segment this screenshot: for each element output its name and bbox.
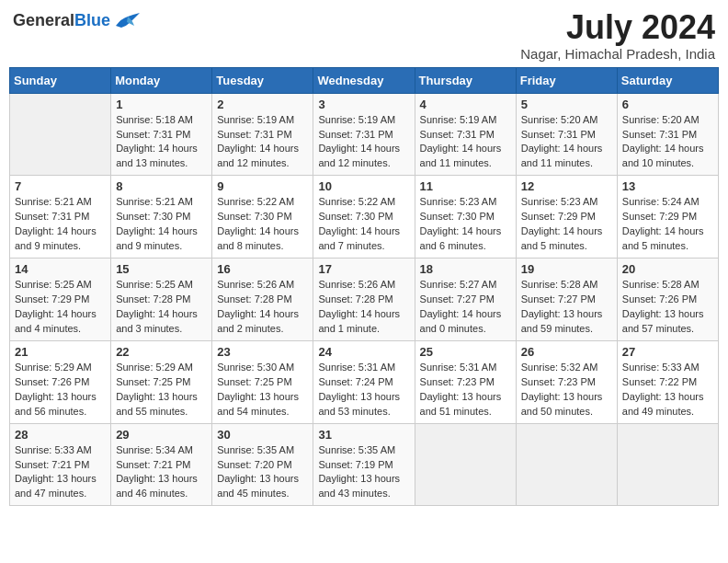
day-number: 16 xyxy=(217,262,308,276)
day-number: 28 xyxy=(15,428,106,442)
calendar-cell: 15Sunrise: 5:25 AM Sunset: 7:28 PM Dayli… xyxy=(111,259,212,341)
day-number: 3 xyxy=(318,98,409,111)
calendar-cell: 19Sunrise: 5:28 AM Sunset: 7:27 PM Dayli… xyxy=(516,259,617,341)
calendar-cell: 13Sunrise: 5:24 AM Sunset: 7:29 PM Dayli… xyxy=(617,176,718,259)
day-number: 30 xyxy=(217,428,308,442)
calendar-cell: 11Sunrise: 5:23 AM Sunset: 7:30 PM Dayli… xyxy=(415,176,516,259)
weekday-header: Thursday xyxy=(415,67,516,93)
day-number: 15 xyxy=(116,262,207,276)
day-number: 5 xyxy=(521,98,612,111)
day-info: Sunrise: 5:31 AM Sunset: 7:23 PM Dayligh… xyxy=(420,361,511,419)
day-number: 8 xyxy=(116,179,207,193)
calendar-cell xyxy=(10,93,111,176)
calendar-cell xyxy=(415,423,516,506)
day-info: Sunrise: 5:20 AM Sunset: 7:31 PM Dayligh… xyxy=(622,113,713,172)
calendar-cell: 31Sunrise: 5:35 AM Sunset: 7:19 PM Dayli… xyxy=(313,423,415,506)
calendar-cell: 25Sunrise: 5:31 AM Sunset: 7:23 PM Dayli… xyxy=(415,340,516,423)
weekday-header: Saturday xyxy=(617,67,718,93)
calendar-cell: 21Sunrise: 5:29 AM Sunset: 7:26 PM Dayli… xyxy=(10,340,111,423)
day-info: Sunrise: 5:30 AM Sunset: 7:25 PM Dayligh… xyxy=(217,361,308,419)
calendar-cell: 23Sunrise: 5:30 AM Sunset: 7:25 PM Dayli… xyxy=(212,340,313,423)
calendar-cell: 24Sunrise: 5:31 AM Sunset: 7:24 PM Dayli… xyxy=(313,340,415,423)
day-info: Sunrise: 5:27 AM Sunset: 7:27 PM Dayligh… xyxy=(420,278,511,337)
calendar-cell: 29Sunrise: 5:34 AM Sunset: 7:21 PM Dayli… xyxy=(111,423,212,506)
day-info: Sunrise: 5:35 AM Sunset: 7:19 PM Dayligh… xyxy=(318,443,409,502)
month-title: July 2024 xyxy=(520,9,715,46)
day-info: Sunrise: 5:28 AM Sunset: 7:26 PM Dayligh… xyxy=(622,278,713,337)
logo-general: General xyxy=(13,11,74,29)
day-info: Sunrise: 5:28 AM Sunset: 7:27 PM Dayligh… xyxy=(521,278,612,337)
day-info: Sunrise: 5:25 AM Sunset: 7:29 PM Dayligh… xyxy=(15,278,106,337)
day-number: 31 xyxy=(318,428,409,442)
calendar-cell: 6Sunrise: 5:20 AM Sunset: 7:31 PM Daylig… xyxy=(617,93,718,176)
day-info: Sunrise: 5:32 AM Sunset: 7:23 PM Dayligh… xyxy=(521,361,612,419)
day-number: 9 xyxy=(217,179,308,193)
location-title: Nagar, Himachal Pradesh, India xyxy=(520,46,715,62)
day-info: Sunrise: 5:23 AM Sunset: 7:29 PM Dayligh… xyxy=(521,195,612,254)
calendar-cell: 7Sunrise: 5:21 AM Sunset: 7:31 PM Daylig… xyxy=(10,176,111,259)
day-info: Sunrise: 5:33 AM Sunset: 7:21 PM Dayligh… xyxy=(15,443,106,502)
calendar-table: SundayMondayTuesdayWednesdayThursdayFrid… xyxy=(9,67,719,507)
calendar-cell: 12Sunrise: 5:23 AM Sunset: 7:29 PM Dayli… xyxy=(516,176,617,259)
logo-bird-icon xyxy=(114,9,142,31)
calendar-cell: 3Sunrise: 5:19 AM Sunset: 7:31 PM Daylig… xyxy=(313,93,415,176)
day-info: Sunrise: 5:35 AM Sunset: 7:20 PM Dayligh… xyxy=(217,443,308,502)
logo: GeneralBlue xyxy=(13,9,142,31)
day-number: 6 xyxy=(622,98,713,111)
day-number: 19 xyxy=(521,262,612,276)
calendar-week-row: 21Sunrise: 5:29 AM Sunset: 7:26 PM Dayli… xyxy=(10,340,719,423)
day-number: 20 xyxy=(622,262,713,276)
day-info: Sunrise: 5:19 AM Sunset: 7:31 PM Dayligh… xyxy=(420,113,511,172)
day-number: 13 xyxy=(622,179,713,193)
day-info: Sunrise: 5:25 AM Sunset: 7:28 PM Dayligh… xyxy=(116,278,207,337)
calendar-cell: 27Sunrise: 5:33 AM Sunset: 7:22 PM Dayli… xyxy=(617,340,718,423)
calendar-week-row: 1Sunrise: 5:18 AM Sunset: 7:31 PM Daylig… xyxy=(10,93,719,176)
day-number: 10 xyxy=(318,179,409,193)
day-number: 7 xyxy=(15,179,106,193)
day-info: Sunrise: 5:34 AM Sunset: 7:21 PM Dayligh… xyxy=(116,443,207,502)
weekday-header: Sunday xyxy=(10,67,111,93)
day-info: Sunrise: 5:24 AM Sunset: 7:29 PM Dayligh… xyxy=(622,195,713,254)
day-info: Sunrise: 5:21 AM Sunset: 7:31 PM Dayligh… xyxy=(15,195,106,254)
day-info: Sunrise: 5:29 AM Sunset: 7:25 PM Dayligh… xyxy=(116,361,207,419)
weekday-header: Wednesday xyxy=(313,67,415,93)
calendar-cell: 10Sunrise: 5:22 AM Sunset: 7:30 PM Dayli… xyxy=(313,176,415,259)
day-number: 14 xyxy=(15,262,106,276)
weekday-header: Friday xyxy=(516,67,617,93)
day-number: 2 xyxy=(217,98,308,111)
calendar-cell: 18Sunrise: 5:27 AM Sunset: 7:27 PM Dayli… xyxy=(415,259,516,341)
day-info: Sunrise: 5:21 AM Sunset: 7:30 PM Dayligh… xyxy=(116,195,207,254)
calendar-cell: 30Sunrise: 5:35 AM Sunset: 7:20 PM Dayli… xyxy=(212,423,313,506)
calendar-cell: 2Sunrise: 5:19 AM Sunset: 7:31 PM Daylig… xyxy=(212,93,313,176)
calendar-cell: 1Sunrise: 5:18 AM Sunset: 7:31 PM Daylig… xyxy=(111,93,212,176)
day-info: Sunrise: 5:29 AM Sunset: 7:26 PM Dayligh… xyxy=(15,361,106,419)
day-number: 18 xyxy=(420,262,511,276)
calendar-week-row: 28Sunrise: 5:33 AM Sunset: 7:21 PM Dayli… xyxy=(10,423,719,506)
day-number: 24 xyxy=(318,345,409,359)
day-number: 17 xyxy=(318,262,409,276)
day-number: 23 xyxy=(217,345,308,359)
calendar-cell xyxy=(516,423,617,506)
day-info: Sunrise: 5:31 AM Sunset: 7:24 PM Dayligh… xyxy=(318,361,409,419)
day-number: 26 xyxy=(521,345,612,359)
calendar-cell: 14Sunrise: 5:25 AM Sunset: 7:29 PM Dayli… xyxy=(10,259,111,341)
day-info: Sunrise: 5:23 AM Sunset: 7:30 PM Dayligh… xyxy=(420,195,511,254)
calendar-header-row: SundayMondayTuesdayWednesdayThursdayFrid… xyxy=(10,67,719,93)
day-number: 21 xyxy=(15,345,106,359)
day-number: 29 xyxy=(116,428,207,442)
day-info: Sunrise: 5:19 AM Sunset: 7:31 PM Dayligh… xyxy=(217,113,308,172)
calendar-cell: 16Sunrise: 5:26 AM Sunset: 7:28 PM Dayli… xyxy=(212,259,313,341)
calendar-cell xyxy=(617,423,718,506)
calendar-cell: 20Sunrise: 5:28 AM Sunset: 7:26 PM Dayli… xyxy=(617,259,718,341)
day-info: Sunrise: 5:33 AM Sunset: 7:22 PM Dayligh… xyxy=(622,361,713,419)
day-info: Sunrise: 5:18 AM Sunset: 7:31 PM Dayligh… xyxy=(116,113,207,172)
calendar-cell: 9Sunrise: 5:22 AM Sunset: 7:30 PM Daylig… xyxy=(212,176,313,259)
day-number: 22 xyxy=(116,345,207,359)
day-info: Sunrise: 5:26 AM Sunset: 7:28 PM Dayligh… xyxy=(318,278,409,337)
day-number: 11 xyxy=(420,179,511,193)
logo-blue: Blue xyxy=(74,11,110,29)
calendar-week-row: 14Sunrise: 5:25 AM Sunset: 7:29 PM Dayli… xyxy=(10,259,719,341)
calendar-cell: 17Sunrise: 5:26 AM Sunset: 7:28 PM Dayli… xyxy=(313,259,415,341)
calendar-cell: 4Sunrise: 5:19 AM Sunset: 7:31 PM Daylig… xyxy=(415,93,516,176)
day-info: Sunrise: 5:22 AM Sunset: 7:30 PM Dayligh… xyxy=(318,195,409,254)
